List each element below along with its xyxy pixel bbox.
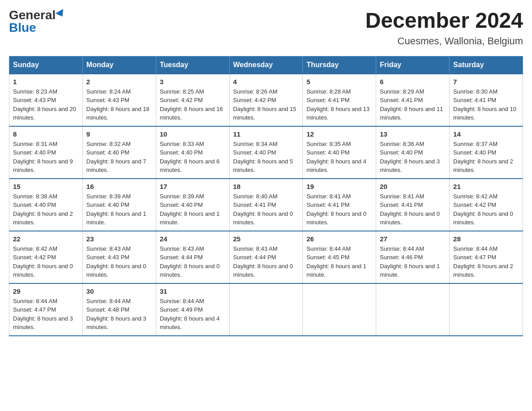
table-row: 25 Sunrise: 8:43 AM Sunset: 4:44 PM Dayl… <box>229 231 303 283</box>
day-number: 30 <box>86 287 152 295</box>
sunset-label: Sunset: 4:42 PM <box>13 254 56 261</box>
daylight-label: Daylight: 8 hours and 15 minutes. <box>233 106 296 121</box>
daylight-label: Daylight: 8 hours and 0 minutes. <box>13 263 73 278</box>
day-info: Sunrise: 8:28 AM Sunset: 4:41 PM Dayligh… <box>306 87 372 122</box>
day-info: Sunrise: 8:30 AM Sunset: 4:41 PM Dayligh… <box>453 87 519 122</box>
day-info: Sunrise: 8:44 AM Sunset: 4:48 PM Dayligh… <box>86 297 152 332</box>
table-row: 20 Sunrise: 8:41 AM Sunset: 4:41 PM Dayl… <box>376 179 450 231</box>
sunrise-label: Sunrise: 8:39 AM <box>86 193 131 200</box>
daylight-label: Daylight: 8 hours and 18 minutes. <box>86 106 150 121</box>
sunrise-label: Sunrise: 8:37 AM <box>453 141 498 147</box>
day-number: 5 <box>306 78 372 86</box>
calendar-week-row: 1 Sunrise: 8:23 AM Sunset: 4:43 PM Dayli… <box>9 74 523 126</box>
table-row: 24 Sunrise: 8:43 AM Sunset: 4:44 PM Dayl… <box>156 231 229 283</box>
day-info: Sunrise: 8:44 AM Sunset: 4:47 PM Dayligh… <box>13 297 79 332</box>
sunset-label: Sunset: 4:41 PM <box>306 201 349 208</box>
daylight-label: Daylight: 8 hours and 0 minutes. <box>306 210 366 226</box>
logo: General Blue <box>9 9 65 34</box>
sunset-label: Sunset: 4:41 PM <box>380 97 423 103</box>
sunrise-label: Sunrise: 8:44 AM <box>160 298 204 304</box>
header-thursday: Thursday <box>303 56 376 74</box>
table-row: 27 Sunrise: 8:44 AM Sunset: 4:46 PM Dayl… <box>376 231 450 283</box>
sunset-label: Sunset: 4:44 PM <box>233 254 276 261</box>
header-saturday: Saturday <box>450 56 523 74</box>
daylight-label: Daylight: 8 hours and 1 minute. <box>306 263 366 278</box>
sunset-label: Sunset: 4:42 PM <box>160 97 203 103</box>
sunrise-label: Sunrise: 8:44 AM <box>306 245 351 252</box>
sunrise-label: Sunrise: 8:41 AM <box>380 193 424 200</box>
daylight-label: Daylight: 8 hours and 20 minutes. <box>13 106 76 121</box>
sunset-label: Sunset: 4:40 PM <box>306 149 349 156</box>
sunrise-label: Sunrise: 8:44 AM <box>13 298 57 304</box>
day-number: 14 <box>453 130 519 138</box>
daylight-label: Daylight: 8 hours and 0 minutes. <box>160 263 220 278</box>
day-info: Sunrise: 8:44 AM Sunset: 4:46 PM Dayligh… <box>380 244 446 279</box>
sunrise-label: Sunrise: 8:39 AM <box>160 193 204 200</box>
daylight-label: Daylight: 8 hours and 1 minute. <box>380 263 440 278</box>
sunrise-label: Sunrise: 8:43 AM <box>86 245 131 252</box>
sunset-label: Sunset: 4:41 PM <box>306 97 349 103</box>
day-info: Sunrise: 8:29 AM Sunset: 4:41 PM Dayligh… <box>380 87 446 122</box>
daylight-label: Daylight: 8 hours and 3 minutes. <box>86 315 146 331</box>
sunset-label: Sunset: 4:42 PM <box>233 97 276 103</box>
daylight-label: Daylight: 8 hours and 11 minutes. <box>380 106 443 121</box>
table-row: 30 Sunrise: 8:44 AM Sunset: 4:48 PM Dayl… <box>82 283 156 336</box>
day-number: 29 <box>13 287 79 295</box>
daylight-label: Daylight: 8 hours and 4 minutes. <box>160 315 220 331</box>
day-number: 12 <box>306 130 372 138</box>
table-row: 1 Sunrise: 8:23 AM Sunset: 4:43 PM Dayli… <box>9 74 83 126</box>
sunset-label: Sunset: 4:40 PM <box>86 149 129 156</box>
header-wednesday: Wednesday <box>229 56 303 74</box>
sunset-label: Sunset: 4:40 PM <box>13 149 56 156</box>
table-row <box>376 283 450 336</box>
sunrise-label: Sunrise: 8:43 AM <box>160 245 204 252</box>
daylight-label: Daylight: 8 hours and 0 minutes. <box>453 210 513 226</box>
day-number: 23 <box>86 235 152 243</box>
table-row: 8 Sunrise: 8:31 AM Sunset: 4:40 PM Dayli… <box>9 126 83 179</box>
day-number: 7 <box>453 78 519 86</box>
day-info: Sunrise: 8:39 AM Sunset: 4:40 PM Dayligh… <box>86 192 152 227</box>
day-info: Sunrise: 8:26 AM Sunset: 4:42 PM Dayligh… <box>233 87 299 122</box>
day-number: 24 <box>160 235 226 243</box>
daylight-label: Daylight: 8 hours and 0 minutes. <box>380 210 440 226</box>
day-info: Sunrise: 8:44 AM Sunset: 4:49 PM Dayligh… <box>160 297 226 332</box>
table-row: 16 Sunrise: 8:39 AM Sunset: 4:40 PM Dayl… <box>82 179 156 231</box>
day-number: 21 <box>453 183 519 190</box>
sunset-label: Sunset: 4:43 PM <box>86 97 129 103</box>
daylight-label: Daylight: 8 hours and 0 minutes. <box>233 263 293 278</box>
sunrise-label: Sunrise: 8:25 AM <box>160 88 204 95</box>
day-info: Sunrise: 8:36 AM Sunset: 4:40 PM Dayligh… <box>380 140 446 175</box>
day-number: 2 <box>86 78 152 86</box>
day-info: Sunrise: 8:43 AM Sunset: 4:44 PM Dayligh… <box>160 244 226 279</box>
sunset-label: Sunset: 4:40 PM <box>160 201 203 208</box>
sunset-label: Sunset: 4:43 PM <box>86 254 129 261</box>
sunrise-label: Sunrise: 8:34 AM <box>233 141 278 147</box>
sunset-label: Sunset: 4:48 PM <box>86 306 129 313</box>
day-number: 25 <box>233 235 299 243</box>
sunrise-label: Sunrise: 8:32 AM <box>86 141 131 147</box>
daylight-label: Daylight: 8 hours and 5 minutes. <box>233 158 293 174</box>
daylight-label: Daylight: 8 hours and 1 minute. <box>86 210 146 226</box>
day-info: Sunrise: 8:32 AM Sunset: 4:40 PM Dayligh… <box>86 140 152 175</box>
daylight-label: Daylight: 8 hours and 4 minutes. <box>306 158 366 174</box>
header-friday: Friday <box>376 56 450 74</box>
sunset-label: Sunset: 4:42 PM <box>453 201 496 208</box>
sunset-label: Sunset: 4:40 PM <box>233 149 276 156</box>
sunrise-label: Sunrise: 8:43 AM <box>233 245 278 252</box>
day-info: Sunrise: 8:31 AM Sunset: 4:40 PM Dayligh… <box>13 140 79 175</box>
day-number: 19 <box>306 183 372 190</box>
sunrise-label: Sunrise: 8:30 AM <box>453 88 498 95</box>
table-row: 5 Sunrise: 8:28 AM Sunset: 4:41 PM Dayli… <box>303 74 376 126</box>
header-sunday: Sunday <box>9 56 83 74</box>
day-info: Sunrise: 8:39 AM Sunset: 4:40 PM Dayligh… <box>160 192 226 227</box>
day-info: Sunrise: 8:44 AM Sunset: 4:47 PM Dayligh… <box>453 244 519 279</box>
day-number: 8 <box>13 130 79 138</box>
sunrise-label: Sunrise: 8:29 AM <box>380 88 424 95</box>
table-row: 6 Sunrise: 8:29 AM Sunset: 4:41 PM Dayli… <box>376 74 450 126</box>
daylight-label: Daylight: 8 hours and 3 minutes. <box>13 315 73 331</box>
sunset-label: Sunset: 4:44 PM <box>160 254 203 261</box>
day-number: 31 <box>160 287 226 295</box>
day-number: 9 <box>86 130 152 138</box>
sunset-label: Sunset: 4:47 PM <box>13 306 56 313</box>
sunrise-label: Sunrise: 8:38 AM <box>13 193 57 200</box>
